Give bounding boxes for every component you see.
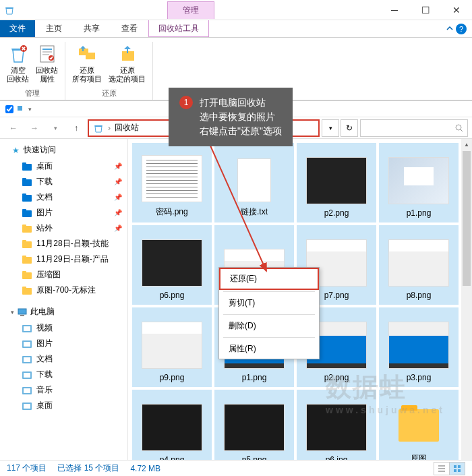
instruction-callout: 1 打开电脑回收站 选中要恢复的照片 右键点击"还原"选项 [169,88,293,146]
tab-home[interactable]: 主页 [35,20,73,37]
file-item[interactable]: p1.png [379,143,459,222]
svg-rect-22 [22,240,26,242]
sidebar-pc-item[interactable]: 视频 [0,320,127,336]
svg-rect-25 [22,272,32,279]
nav-back-button[interactable]: ← [4,119,23,137]
restore-all-button[interactable]: 还原 所有项目 [71,42,103,87]
library-icon [22,369,32,380]
ribbon-group-manage: 管理 [5,87,59,100]
tab-recycle-tools[interactable]: 回收站工具 [148,20,209,37]
svg-rect-9 [18,106,22,111]
folder-icon [22,208,32,218]
help-icon[interactable]: ? [456,24,467,34]
view-details-button[interactable] [434,462,450,475]
sidebar-item[interactable]: 压缩图 [0,267,127,282]
file-item[interactable]: 原图 [379,390,459,469]
sidebar-item[interactable]: 11月28日-吕颖-技能 [0,236,127,251]
svg-rect-26 [22,271,26,273]
svg-rect-30 [20,315,24,316]
svg-rect-4 [42,54,49,55]
ctx-delete[interactable]: 删除(D) [219,316,319,336]
svg-rect-11 [22,164,32,171]
svg-rect-12 [22,162,26,165]
sidebar-item[interactable]: 站外📌 [0,220,127,236]
view-dropdown-icon[interactable] [18,106,24,113]
svg-rect-42 [24,404,30,409]
library-icon [22,385,32,396]
ribbon-collapse-icon[interactable] [446,26,453,32]
sidebar-quick-access[interactable]: ★ 快速访问 [0,142,127,158]
sidebar-pc-item[interactable]: 文档 [0,351,127,367]
vertical-scrollbar[interactable]: ▲ ▼ [461,139,472,471]
file-item[interactable]: p2.png [297,143,376,222]
close-button[interactable]: ✕ [441,0,472,20]
sidebar-pc-item[interactable]: 图片 [0,336,127,351]
minimize-button[interactable]: ─ [379,0,410,20]
file-item[interactable]: 链接.txt [214,143,294,222]
status-selected-count: 已选择 15 个项目 [57,463,119,474]
address-dropdown-button[interactable]: ▾ [322,119,339,137]
file-item[interactable]: p3.png [379,307,459,387]
refresh-button[interactable]: ↻ [341,119,358,137]
sidebar-this-pc[interactable]: ▾ 此电脑 [0,303,127,320]
library-icon [22,354,32,365]
sidebar-item[interactable]: 桌面📌 [0,158,127,174]
breadcrumb-location[interactable]: 回收站 [115,122,139,133]
svg-rect-2 [42,49,52,50]
file-item[interactable]: p8.png [379,225,459,305]
svg-rect-45 [458,465,461,468]
svg-rect-19 [22,226,32,233]
sidebar-item[interactable]: 下载📌 [0,174,127,189]
maximize-button[interactable]: ☐ [410,0,441,20]
pin-icon: 📌 [114,162,122,170]
svg-rect-13 [22,179,32,186]
callout-number: 1 [179,96,193,109]
file-item[interactable]: p4.png [132,390,212,469]
recycle-bin-properties-button[interactable]: 回收站 属性 [34,42,59,87]
select-all-checkbox[interactable] [5,105,13,113]
file-item[interactable]: 密码.png [132,143,212,222]
sidebar-item[interactable]: 文档📌 [0,189,127,205]
sidebar-item[interactable]: 11月29日-吕颖-产品 [0,251,127,267]
folder-icon [22,285,32,296]
svg-rect-16 [22,194,26,196]
file-item[interactable]: p6.jpg [297,390,376,469]
expand-icon[interactable]: ▾ [11,309,14,316]
empty-recycle-bin-button[interactable]: 清空 回收站 [5,42,30,87]
file-item[interactable]: p5.png [214,390,294,469]
sidebar-pc-item[interactable]: 音乐 [0,382,127,398]
sidebar-pc-item[interactable]: 桌面 [0,398,127,413]
svg-rect-18 [22,209,26,211]
recycle-bin-icon [0,5,19,16]
ctx-cut[interactable]: 剪切(T) [219,293,319,313]
status-item-count: 117 个项目 [7,463,47,474]
nav-recent-dropdown[interactable]: ▾ [46,119,65,137]
folder-icon [22,254,32,265]
svg-rect-27 [22,288,32,295]
tab-file[interactable]: 文件 [0,20,35,37]
svg-rect-15 [22,195,32,202]
sidebar-item[interactable]: 图片📌 [0,205,127,220]
file-item[interactable]: p6.png [132,225,212,305]
context-menu: 还原(E) 剪切(T) 删除(D) 属性(R) [218,267,320,359]
svg-rect-44 [454,465,456,468]
sidebar-pc-item[interactable]: 下载 [0,367,127,382]
search-input[interactable] [360,119,468,137]
navigation-sidebar[interactable]: ★ 快速访问 桌面📌下载📌文档📌图片📌站外📌11月28日-吕颖-技能11月29日… [0,139,128,471]
ctx-properties[interactable]: 属性(R) [219,339,319,359]
sidebar-item[interactable]: 原图-700-无标注 [0,282,127,298]
view-thumbnails-button[interactable] [449,462,465,475]
status-size: 4.72 MB [130,464,160,473]
pin-icon: 📌 [114,209,122,216]
tab-share[interactable]: 共享 [73,20,111,37]
svg-rect-21 [22,241,32,248]
ctx-restore[interactable]: 还原(E) [219,268,319,290]
library-icon [22,323,32,334]
tab-view[interactable]: 查看 [111,20,148,37]
nav-up-button[interactable]: ↑ [67,119,86,137]
restore-selected-button[interactable]: 还原 选定的项目 [107,42,147,87]
file-item[interactable]: p9.png [132,307,212,387]
svg-rect-20 [22,225,26,227]
folder-icon [22,192,32,203]
svg-rect-32 [24,326,30,331]
